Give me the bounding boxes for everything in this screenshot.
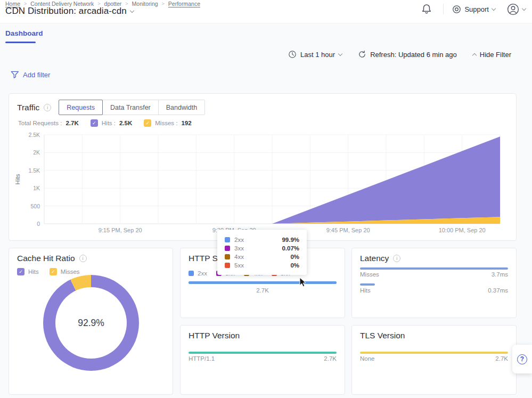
svg-text:500: 500 bbox=[30, 203, 40, 209]
cache-info-icon[interactable]: i bbox=[79, 255, 87, 262]
http-version-value: 2.7K bbox=[324, 355, 337, 362]
tooltip-label: 5xx bbox=[234, 262, 244, 269]
cache-legend-misses: ✓ Misses bbox=[50, 268, 80, 275]
hide-filter-chevron-up-icon bbox=[472, 53, 477, 58]
traffic-card-title: Traffic bbox=[17, 103, 39, 112]
latency-info-icon[interactable]: i bbox=[393, 255, 400, 262]
cache-hit-donut-chart[interactable]: 92.9% bbox=[43, 275, 139, 371]
tab-bandwidth[interactable]: Bandwidth bbox=[158, 100, 205, 115]
hits-checkbox[interactable]: ✓ bbox=[91, 119, 98, 127]
latency-hits-label: Hits bbox=[360, 287, 371, 294]
add-filter-label: Add filter bbox=[23, 71, 50, 79]
filter-funnel-icon bbox=[11, 71, 19, 79]
cache-card-title: Cache Hit Ratio bbox=[17, 254, 75, 263]
legend-2xx[interactable]: 2xx bbox=[189, 270, 207, 277]
tab-active-indicator bbox=[5, 42, 36, 43]
svg-text:Hits: Hits bbox=[14, 174, 21, 184]
tls-version-label: None bbox=[360, 355, 375, 362]
refresh-status-label: Refresh: Updated 6 min ago bbox=[370, 51, 457, 59]
avatar-icon bbox=[507, 3, 519, 15]
http-version-title: HTTP Version bbox=[189, 331, 240, 340]
http-status-tooltip: 2xx 99.9% 3xx 0.07% 4xx 0% 5xx 0% bbox=[217, 230, 307, 275]
time-range-selector[interactable]: Last 1 hour bbox=[288, 50, 342, 59]
tls-version-bar-row bbox=[360, 352, 508, 354]
cache-misses-checkbox[interactable]: ✓ bbox=[50, 268, 57, 275]
latency-hits-labels: Hits 0.37ms bbox=[360, 287, 508, 294]
latency-card: Latency i Misses 3.7ms Hits 0.37ms bbox=[351, 248, 517, 318]
refresh-icon bbox=[358, 50, 366, 59]
cache-hit-percentage: 92.9% bbox=[43, 275, 139, 371]
refresh-button[interactable]: Refresh: Updated 6 min ago bbox=[358, 50, 457, 59]
cache-legend: ✓ Hits ✓ Misses bbox=[9, 263, 173, 275]
account-menu[interactable] bbox=[507, 3, 526, 15]
traffic-area-chart[interactable]: 05001K1.5K2K2.5K9:15 PM, Sep 209:30 PM, … bbox=[9, 128, 516, 242]
cache-legend-hits: ✓ Hits bbox=[17, 268, 39, 275]
cache-hit-ratio-card: Cache Hit Ratio i ✓ Hits ✓ Misses 92.9% bbox=[9, 248, 173, 395]
latency-hits-bar[interactable] bbox=[360, 283, 375, 286]
notifications-button[interactable] bbox=[419, 2, 435, 17]
title-chevron-down-icon[interactable] bbox=[130, 8, 134, 12]
clock-icon bbox=[288, 50, 297, 59]
latency-misses-labels: Misses 3.7ms bbox=[360, 271, 508, 278]
tab-dashboard[interactable]: Dashboard bbox=[5, 29, 43, 37]
tls-version-bar[interactable] bbox=[360, 352, 508, 354]
latency-misses-value: 3.7ms bbox=[492, 271, 508, 278]
latency-misses-bar[interactable] bbox=[360, 267, 508, 270]
add-filter-button[interactable]: Add filter bbox=[11, 71, 50, 79]
support-chevron-down-icon bbox=[492, 6, 496, 10]
2xx-swatch bbox=[189, 271, 194, 276]
traffic-card: Traffic i Requests Data Transfer Bandwid… bbox=[9, 93, 517, 241]
http-version-label: HTTP/1.1 bbox=[189, 355, 215, 362]
tooltip-row-4xx: 4xx 0% bbox=[225, 253, 299, 261]
bell-icon bbox=[421, 4, 432, 14]
tooltip-row-5xx: 5xx 0% bbox=[225, 261, 299, 270]
hide-filter-label: Hide Filter bbox=[480, 51, 511, 59]
hide-filter-button[interactable]: Hide Filter bbox=[473, 51, 511, 59]
legend-label: Misses : bbox=[155, 120, 177, 126]
svg-text:2.5K: 2.5K bbox=[28, 132, 40, 138]
tls-version-labels: None 2.7K bbox=[360, 355, 508, 362]
latency-title: Latency bbox=[360, 254, 389, 263]
svg-text:0: 0 bbox=[37, 221, 40, 227]
app-header: Home > Content Delivery Network > dpotte… bbox=[0, 0, 532, 23]
tooltip-5xx-swatch bbox=[225, 263, 230, 268]
tooltip-2xx-swatch bbox=[225, 237, 230, 242]
http-version-bar[interactable] bbox=[189, 352, 337, 354]
tab-requests[interactable]: Requests bbox=[59, 100, 103, 115]
legend-label: Total Requests : bbox=[18, 120, 62, 126]
legend-label: Hits : bbox=[102, 120, 116, 126]
cache-hits-checkbox[interactable]: ✓ bbox=[17, 268, 24, 275]
legend-total-requests: Total Requests : 2.7K bbox=[18, 120, 79, 126]
legend-misses: ✓ Misses : 192 bbox=[144, 119, 191, 127]
misses-checkbox[interactable]: ✓ bbox=[144, 119, 151, 127]
tab-data-transfer[interactable]: Data Transfer bbox=[102, 100, 159, 115]
breadcrumb-separator: > bbox=[162, 1, 165, 6]
http-version-labels: HTTP/1.1 2.7K bbox=[189, 355, 337, 362]
traffic-info-icon[interactable]: i bbox=[44, 104, 51, 111]
http-status-2xx-bar[interactable] bbox=[189, 281, 337, 284]
tls-version-title: TLS Version bbox=[360, 331, 405, 340]
svg-text:10:00 PM, Sep 20: 10:00 PM, Sep 20 bbox=[439, 227, 486, 233]
breadcrumb-monitoring[interactable]: Monitoring bbox=[132, 1, 158, 7]
traffic-summary-legend: Total Requests : 2.7K ✓ Hits : 2.5K ✓ Mi… bbox=[9, 115, 516, 127]
help-button[interactable]: ? bbox=[512, 345, 532, 373]
http-status-bar-value: 2.7K bbox=[181, 287, 345, 294]
tooltip-row-3xx: 3xx 0.07% bbox=[225, 244, 299, 253]
tls-version-card: TLS Version None 2.7K bbox=[351, 325, 517, 395]
page-title: CDN Distribution: arcadia-cdn bbox=[5, 6, 127, 17]
http-version-card: HTTP Version HTTP/1.1 2.7K bbox=[180, 325, 345, 395]
legend-label: Hits bbox=[28, 269, 39, 275]
question-mark-icon: ? bbox=[517, 354, 527, 364]
support-menu[interactable]: Support bbox=[452, 5, 495, 14]
tooltip-value: 0.07% bbox=[282, 245, 299, 251]
tooltip-label: 3xx bbox=[234, 245, 244, 251]
breadcrumb-performance[interactable]: Performance bbox=[168, 1, 200, 7]
time-range-label: Last 1 hour bbox=[300, 51, 335, 59]
latency-misses-bar-row bbox=[360, 267, 508, 270]
legend-value: 2.7K bbox=[66, 120, 78, 126]
tooltip-value: 0% bbox=[290, 262, 299, 269]
header-divider bbox=[443, 4, 444, 14]
tooltip-row-2xx: 2xx 99.9% bbox=[225, 235, 299, 244]
legend-hits: ✓ Hits : 2.5K bbox=[91, 119, 133, 127]
mouse-cursor bbox=[299, 277, 306, 288]
